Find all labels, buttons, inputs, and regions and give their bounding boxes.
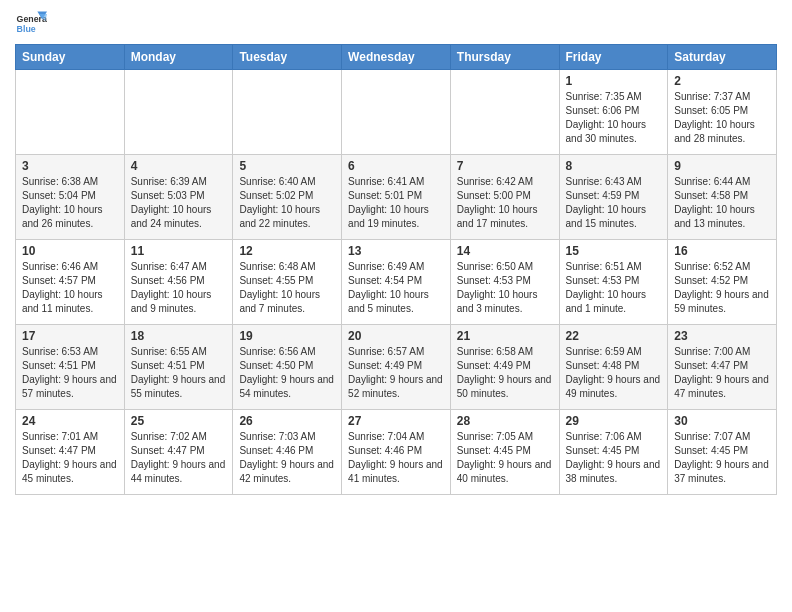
- day-number: 30: [674, 414, 770, 428]
- day-info: Sunrise: 7:04 AMSunset: 4:46 PMDaylight:…: [348, 430, 444, 486]
- calendar-cell: 29Sunrise: 7:06 AMSunset: 4:45 PMDayligh…: [559, 410, 668, 495]
- day-number: 9: [674, 159, 770, 173]
- day-info: Sunrise: 6:38 AMSunset: 5:04 PMDaylight:…: [22, 175, 118, 231]
- day-info: Sunrise: 7:01 AMSunset: 4:47 PMDaylight:…: [22, 430, 118, 486]
- calendar-cell: 28Sunrise: 7:05 AMSunset: 4:45 PMDayligh…: [450, 410, 559, 495]
- day-info: Sunrise: 6:44 AMSunset: 4:58 PMDaylight:…: [674, 175, 770, 231]
- weekday-header-tuesday: Tuesday: [233, 45, 342, 70]
- weekday-header-saturday: Saturday: [668, 45, 777, 70]
- calendar-cell: [16, 70, 125, 155]
- day-number: 11: [131, 244, 227, 258]
- week-row-3: 10Sunrise: 6:46 AMSunset: 4:57 PMDayligh…: [16, 240, 777, 325]
- calendar-table: SundayMondayTuesdayWednesdayThursdayFrid…: [15, 44, 777, 495]
- day-info: Sunrise: 6:39 AMSunset: 5:03 PMDaylight:…: [131, 175, 227, 231]
- calendar-cell: 4Sunrise: 6:39 AMSunset: 5:03 PMDaylight…: [124, 155, 233, 240]
- calendar-cell: 8Sunrise: 6:43 AMSunset: 4:59 PMDaylight…: [559, 155, 668, 240]
- calendar-cell: 11Sunrise: 6:47 AMSunset: 4:56 PMDayligh…: [124, 240, 233, 325]
- weekday-header-sunday: Sunday: [16, 45, 125, 70]
- day-number: 21: [457, 329, 553, 343]
- calendar-cell: 19Sunrise: 6:56 AMSunset: 4:50 PMDayligh…: [233, 325, 342, 410]
- day-number: 6: [348, 159, 444, 173]
- calendar-cell: 10Sunrise: 6:46 AMSunset: 4:57 PMDayligh…: [16, 240, 125, 325]
- day-number: 26: [239, 414, 335, 428]
- calendar-cell: 1Sunrise: 7:35 AMSunset: 6:06 PMDaylight…: [559, 70, 668, 155]
- calendar-cell: 24Sunrise: 7:01 AMSunset: 4:47 PMDayligh…: [16, 410, 125, 495]
- day-info: Sunrise: 6:46 AMSunset: 4:57 PMDaylight:…: [22, 260, 118, 316]
- day-number: 8: [566, 159, 662, 173]
- day-info: Sunrise: 6:56 AMSunset: 4:50 PMDaylight:…: [239, 345, 335, 401]
- weekday-header-thursday: Thursday: [450, 45, 559, 70]
- day-number: 24: [22, 414, 118, 428]
- calendar-cell: [124, 70, 233, 155]
- day-number: 27: [348, 414, 444, 428]
- calendar-cell: 9Sunrise: 6:44 AMSunset: 4:58 PMDaylight…: [668, 155, 777, 240]
- logo-icon: General Blue: [15, 10, 47, 38]
- page: General Blue SundayMondayTuesdayWednesda…: [0, 0, 792, 505]
- day-number: 16: [674, 244, 770, 258]
- calendar-cell: 14Sunrise: 6:50 AMSunset: 4:53 PMDayligh…: [450, 240, 559, 325]
- day-info: Sunrise: 6:52 AMSunset: 4:52 PMDaylight:…: [674, 260, 770, 316]
- day-info: Sunrise: 7:00 AMSunset: 4:47 PMDaylight:…: [674, 345, 770, 401]
- day-info: Sunrise: 6:57 AMSunset: 4:49 PMDaylight:…: [348, 345, 444, 401]
- day-number: 2: [674, 74, 770, 88]
- svg-text:Blue: Blue: [17, 24, 36, 34]
- calendar-cell: 26Sunrise: 7:03 AMSunset: 4:46 PMDayligh…: [233, 410, 342, 495]
- day-number: 7: [457, 159, 553, 173]
- day-info: Sunrise: 7:02 AMSunset: 4:47 PMDaylight:…: [131, 430, 227, 486]
- day-info: Sunrise: 6:55 AMSunset: 4:51 PMDaylight:…: [131, 345, 227, 401]
- day-number: 19: [239, 329, 335, 343]
- week-row-4: 17Sunrise: 6:53 AMSunset: 4:51 PMDayligh…: [16, 325, 777, 410]
- week-row-1: 1Sunrise: 7:35 AMSunset: 6:06 PMDaylight…: [16, 70, 777, 155]
- weekday-header-wednesday: Wednesday: [342, 45, 451, 70]
- day-number: 3: [22, 159, 118, 173]
- day-info: Sunrise: 6:42 AMSunset: 5:00 PMDaylight:…: [457, 175, 553, 231]
- day-number: 12: [239, 244, 335, 258]
- calendar-cell: 18Sunrise: 6:55 AMSunset: 4:51 PMDayligh…: [124, 325, 233, 410]
- calendar-cell: 7Sunrise: 6:42 AMSunset: 5:00 PMDaylight…: [450, 155, 559, 240]
- calendar-cell: 15Sunrise: 6:51 AMSunset: 4:53 PMDayligh…: [559, 240, 668, 325]
- day-number: 23: [674, 329, 770, 343]
- day-number: 4: [131, 159, 227, 173]
- day-number: 20: [348, 329, 444, 343]
- calendar-cell: 16Sunrise: 6:52 AMSunset: 4:52 PMDayligh…: [668, 240, 777, 325]
- calendar-cell: 23Sunrise: 7:00 AMSunset: 4:47 PMDayligh…: [668, 325, 777, 410]
- header: General Blue: [15, 10, 777, 38]
- day-info: Sunrise: 7:06 AMSunset: 4:45 PMDaylight:…: [566, 430, 662, 486]
- calendar-cell: 27Sunrise: 7:04 AMSunset: 4:46 PMDayligh…: [342, 410, 451, 495]
- day-info: Sunrise: 7:37 AMSunset: 6:05 PMDaylight:…: [674, 90, 770, 146]
- calendar-cell: [342, 70, 451, 155]
- day-info: Sunrise: 7:35 AMSunset: 6:06 PMDaylight:…: [566, 90, 662, 146]
- day-number: 29: [566, 414, 662, 428]
- logo: General Blue: [15, 10, 47, 38]
- day-number: 28: [457, 414, 553, 428]
- calendar-cell: 5Sunrise: 6:40 AMSunset: 5:02 PMDaylight…: [233, 155, 342, 240]
- day-info: Sunrise: 7:03 AMSunset: 4:46 PMDaylight:…: [239, 430, 335, 486]
- day-info: Sunrise: 6:41 AMSunset: 5:01 PMDaylight:…: [348, 175, 444, 231]
- day-info: Sunrise: 6:51 AMSunset: 4:53 PMDaylight:…: [566, 260, 662, 316]
- calendar-cell: 22Sunrise: 6:59 AMSunset: 4:48 PMDayligh…: [559, 325, 668, 410]
- calendar-cell: 20Sunrise: 6:57 AMSunset: 4:49 PMDayligh…: [342, 325, 451, 410]
- calendar-cell: 12Sunrise: 6:48 AMSunset: 4:55 PMDayligh…: [233, 240, 342, 325]
- day-info: Sunrise: 6:50 AMSunset: 4:53 PMDaylight:…: [457, 260, 553, 316]
- day-number: 14: [457, 244, 553, 258]
- day-info: Sunrise: 6:47 AMSunset: 4:56 PMDaylight:…: [131, 260, 227, 316]
- calendar-cell: 3Sunrise: 6:38 AMSunset: 5:04 PMDaylight…: [16, 155, 125, 240]
- day-number: 18: [131, 329, 227, 343]
- calendar-cell: 2Sunrise: 7:37 AMSunset: 6:05 PMDaylight…: [668, 70, 777, 155]
- week-row-5: 24Sunrise: 7:01 AMSunset: 4:47 PMDayligh…: [16, 410, 777, 495]
- day-info: Sunrise: 7:07 AMSunset: 4:45 PMDaylight:…: [674, 430, 770, 486]
- day-number: 13: [348, 244, 444, 258]
- weekday-header-row: SundayMondayTuesdayWednesdayThursdayFrid…: [16, 45, 777, 70]
- day-info: Sunrise: 6:58 AMSunset: 4:49 PMDaylight:…: [457, 345, 553, 401]
- day-number: 22: [566, 329, 662, 343]
- calendar-cell: 13Sunrise: 6:49 AMSunset: 4:54 PMDayligh…: [342, 240, 451, 325]
- calendar-cell: 30Sunrise: 7:07 AMSunset: 4:45 PMDayligh…: [668, 410, 777, 495]
- calendar-cell: 6Sunrise: 6:41 AMSunset: 5:01 PMDaylight…: [342, 155, 451, 240]
- calendar-cell: [233, 70, 342, 155]
- day-number: 5: [239, 159, 335, 173]
- day-number: 17: [22, 329, 118, 343]
- day-number: 15: [566, 244, 662, 258]
- day-info: Sunrise: 6:48 AMSunset: 4:55 PMDaylight:…: [239, 260, 335, 316]
- day-number: 25: [131, 414, 227, 428]
- weekday-header-monday: Monday: [124, 45, 233, 70]
